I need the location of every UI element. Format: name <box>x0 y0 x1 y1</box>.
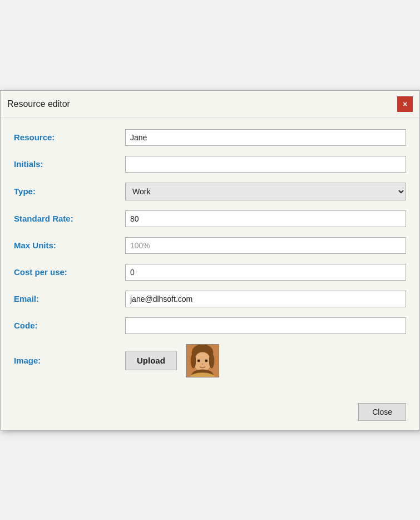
resource-field <box>125 129 406 146</box>
email-row: Email: <box>14 291 406 307</box>
form-content: Resource: Initials: Type: Work Material … <box>1 118 419 399</box>
email-label: Email: <box>14 294 125 303</box>
type-select[interactable]: Work Material Cost <box>125 183 406 200</box>
resource-editor-dialog: Resource editor × Resource: Initials: Ty… <box>0 90 420 430</box>
max-units-input[interactable] <box>125 237 406 254</box>
code-field <box>125 317 406 334</box>
initials-label: Initials: <box>14 159 125 169</box>
title-bar: Resource editor × <box>1 91 419 118</box>
svg-point-8 <box>201 363 203 364</box>
cost-per-use-input[interactable] <box>125 264 406 281</box>
code-input[interactable] <box>125 317 406 334</box>
type-row: Type: Work Material Cost <box>14 183 406 200</box>
standard-rate-field <box>125 210 406 227</box>
initials-input[interactable] <box>125 156 406 173</box>
initials-row: Initials: <box>14 156 406 173</box>
avatar-image <box>186 345 219 377</box>
code-row: Code: <box>14 317 406 334</box>
svg-point-7 <box>205 359 207 362</box>
title-bar-close-button[interactable]: × <box>397 96 413 112</box>
close-dialog-button[interactable]: Close <box>358 403 406 421</box>
image-row: Image: Upload <box>14 344 406 377</box>
upload-button[interactable]: Upload <box>125 351 177 370</box>
svg-point-6 <box>197 359 200 362</box>
email-input[interactable] <box>125 291 406 307</box>
cost-per-use-row: Cost per use: <box>14 264 406 281</box>
type-label: Type: <box>14 187 125 196</box>
cost-per-use-label: Cost per use: <box>14 267 125 277</box>
standard-rate-row: Standard Rate: <box>14 210 406 227</box>
type-field: Work Material Cost <box>125 183 406 200</box>
svg-point-3 <box>191 353 196 368</box>
svg-point-4 <box>209 353 214 368</box>
dialog-footer: Close <box>1 399 419 430</box>
email-field-wrapper <box>125 291 406 307</box>
initials-field <box>125 156 406 173</box>
image-label: Image: <box>14 356 125 365</box>
resource-input[interactable] <box>125 129 406 146</box>
max-units-field <box>125 237 406 254</box>
standard-rate-label: Standard Rate: <box>14 214 125 223</box>
cost-per-use-field <box>125 264 406 281</box>
code-label: Code: <box>14 321 125 330</box>
standard-rate-input[interactable] <box>125 210 406 227</box>
dialog-title: Resource editor <box>7 99 70 109</box>
svg-point-2 <box>194 352 211 371</box>
max-units-row: Max Units: <box>14 237 406 254</box>
max-units-label: Max Units: <box>14 241 125 250</box>
avatar-preview <box>186 344 219 377</box>
resource-row: Resource: <box>14 129 406 146</box>
image-controls: Upload <box>125 344 219 377</box>
resource-label: Resource: <box>14 133 125 142</box>
